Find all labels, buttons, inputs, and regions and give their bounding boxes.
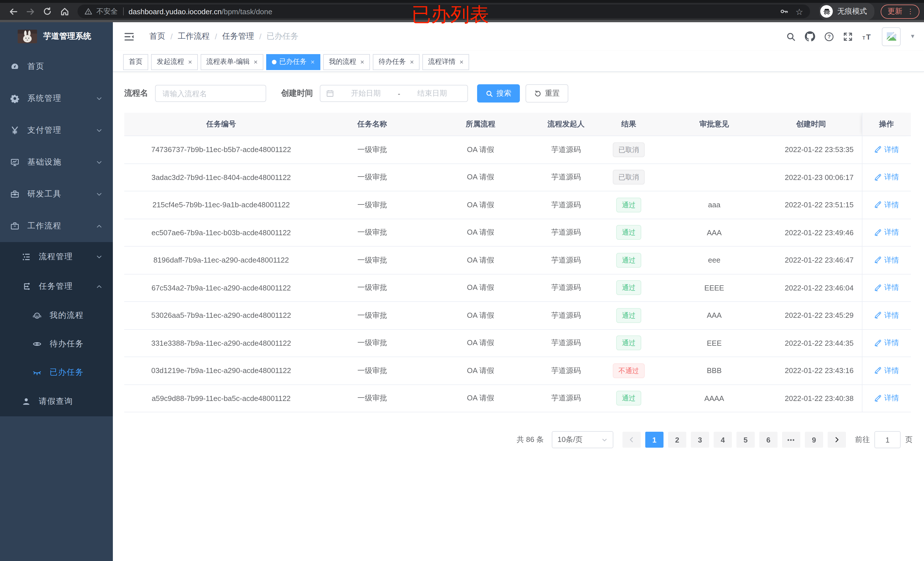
task-name-cell: 一级审批 — [318, 136, 426, 163]
detail-link[interactable]: 详情 — [874, 227, 899, 238]
detail-link[interactable]: 详情 — [874, 365, 899, 375]
prev-page-button[interactable] — [622, 432, 641, 448]
task-name-cell: 一级审批 — [318, 384, 426, 412]
close-icon[interactable]: × — [410, 58, 414, 65]
pen-icon — [874, 201, 882, 208]
close-icon[interactable]: × — [360, 58, 364, 65]
tab-item-lkxo3vrmuj45[interactable]: 流程详情× — [422, 54, 469, 70]
tab-item-iv9gbiflngbl[interactable]: 待办任务× — [373, 54, 420, 70]
person-icon — [22, 397, 31, 406]
sidebar-item-label: 已办任务 — [50, 367, 104, 378]
close-icon[interactable]: × — [188, 58, 192, 65]
fullscreen-icon[interactable] — [843, 31, 853, 41]
chevron-down-icon — [602, 437, 608, 443]
incognito-badge: 无痕模式 — [819, 3, 874, 20]
sidebar-item-rnbfuvkitrmq[interactable]: 请假查询 — [0, 387, 113, 416]
url-host: dashboard.yudao.iocoder.cn — [129, 7, 222, 16]
page-button-6[interactable]: 6 — [759, 432, 777, 448]
page-button-9[interactable]: 9 — [805, 432, 823, 448]
star-icon[interactable]: ☆ — [795, 7, 803, 16]
home-icon[interactable] — [58, 4, 71, 18]
detail-link[interactable]: 详情 — [874, 310, 899, 320]
result-cell: 通过 — [597, 246, 660, 274]
caret-down-icon[interactable]: ▼ — [910, 34, 915, 39]
tab-item-uc6u45[interactable]: 首页 — [123, 54, 148, 70]
tab-item-ik2gbiflngbl[interactable]: 已办任务× — [266, 54, 320, 70]
pen-icon — [874, 394, 882, 402]
close-icon[interactable]: × — [459, 58, 464, 65]
page-button-1[interactable]: 1 — [645, 432, 663, 448]
process-name-input[interactable] — [155, 85, 266, 102]
chevron-down-icon — [96, 95, 103, 102]
page-button-3[interactable]: 3 — [691, 432, 709, 448]
create-time-cell: 2022-01-22 23:45:29 — [768, 302, 862, 329]
help-icon[interactable]: ? — [824, 31, 834, 41]
reset-button-label: 重置 — [545, 88, 560, 99]
tab-item-gk1rxzlkxo3v[interactable]: 发起流程× — [151, 54, 198, 70]
close-icon[interactable]: × — [254, 58, 258, 65]
reload-icon[interactable] — [40, 4, 54, 18]
date-range-picker[interactable]: 开始日期 - 结束日期 — [320, 85, 468, 102]
create-time-cell: 2022-01-22 23:49:46 — [768, 219, 862, 246]
detail-link[interactable]: 详情 — [874, 255, 899, 265]
page-button-5[interactable]: 5 — [736, 432, 755, 448]
sidebar-item-iv9gbiflngbl[interactable]: 待办任务 — [0, 330, 113, 358]
page-ellipsis[interactable]: ••• — [782, 432, 800, 448]
key-icon[interactable] — [780, 7, 789, 16]
sidebar-item-ijpfoclkxo3v[interactable]: 工作流程 — [0, 210, 113, 242]
forward-icon[interactable] — [23, 4, 37, 18]
app-title: 芋道管理系统 — [44, 31, 91, 42]
detail-link[interactable]: 详情 — [874, 144, 899, 155]
sidebar-item-npwgk1ijpg3b[interactable]: 研发工具 — [0, 178, 113, 210]
breadcrumb-separator: / — [260, 32, 262, 41]
font-size-icon[interactable]: TT — [862, 31, 873, 41]
task-name-cell: 一级审批 — [318, 219, 426, 246]
sidebar-item-jddneslkxo3v[interactable]: 我的流程 — [0, 301, 113, 330]
chevron-up-icon — [96, 223, 103, 229]
update-button[interactable]: 更新 ⋮ — [880, 4, 920, 18]
close-icon[interactable]: × — [310, 58, 315, 65]
sidebar-item-uc6u45[interactable]: 首页 — [0, 51, 113, 82]
sidebar-item-flngblof5mx2[interactable]: 任务管理 — [0, 272, 113, 301]
breadcrumb-item-flngblof5mx2[interactable]: 任务管理 — [222, 31, 254, 42]
task-name-cell: 一级审批 — [318, 274, 426, 302]
breadcrumb-item-uc6u45[interactable]: 首页 — [149, 31, 165, 42]
task-name-cell: 一级审批 — [318, 357, 426, 384]
starter-cell: 芋道源码 — [535, 274, 597, 302]
eye-closed-icon — [33, 368, 42, 377]
browser-menu-icon[interactable]: ⋮ — [907, 8, 914, 15]
sidebar-item-lkxo3vof5mx2[interactable]: 流程管理 — [0, 242, 113, 272]
back-icon[interactable] — [6, 4, 20, 18]
detail-link[interactable]: 详情 — [874, 338, 899, 348]
date-filter-label: 创建时间 — [281, 88, 313, 99]
page-size-select[interactable]: 10条/页 — [552, 431, 614, 448]
search-icon[interactable] — [786, 31, 796, 41]
tab-label: 流程表单-编辑 — [206, 57, 250, 67]
tab-item-lkxo3vqy0ggl19p3qscx[interactable]: 流程表单-编辑× — [201, 54, 263, 70]
reset-button[interactable]: 重置 — [525, 84, 568, 103]
tab-item-jddneslkxo3v[interactable]: 我的流程× — [323, 54, 370, 70]
logo[interactable]: 芋道管理系统 — [0, 22, 113, 51]
sidebar-item-label: 请假查询 — [39, 396, 104, 407]
avatar[interactable] — [882, 27, 901, 46]
detail-link[interactable]: 详情 — [874, 283, 899, 293]
pen-icon — [874, 367, 882, 374]
github-icon[interactable] — [805, 31, 815, 42]
next-page-button[interactable] — [828, 432, 846, 448]
task-name-cell: 一级审批 — [318, 191, 426, 219]
goto-page-input[interactable] — [874, 431, 901, 448]
page-button-4[interactable]: 4 — [714, 432, 732, 448]
sidebar-submenu: 流程管理任务管理我的流程待办任务已办任务请假查询 — [0, 242, 113, 416]
detail-link[interactable]: 详情 — [874, 393, 899, 403]
sidebar-item-ik2gbiflngbl[interactable]: 已办任务 — [0, 358, 113, 387]
table-row: 03d1219e-7b9a-11ec-a290-acde48001122一级审批… — [124, 357, 911, 384]
sidebar-item-oorp27of5mx2[interactable]: 系统管理 — [0, 82, 113, 114]
sidebar-item-jzjfkoof5mx2[interactable]: 支付管理 — [0, 114, 113, 147]
hamburger-icon[interactable] — [124, 31, 135, 42]
breadcrumb-item-ijpfoclkxo3v[interactable]: 工作流程 — [178, 31, 210, 42]
detail-link[interactable]: 详情 — [874, 200, 899, 210]
detail-link[interactable]: 详情 — [874, 172, 899, 182]
sidebar-item-hdmnr4rlqk3h[interactable]: 基础设施 — [0, 147, 113, 178]
page-button-2[interactable]: 2 — [668, 432, 686, 448]
search-button[interactable]: 搜索 — [477, 84, 520, 103]
